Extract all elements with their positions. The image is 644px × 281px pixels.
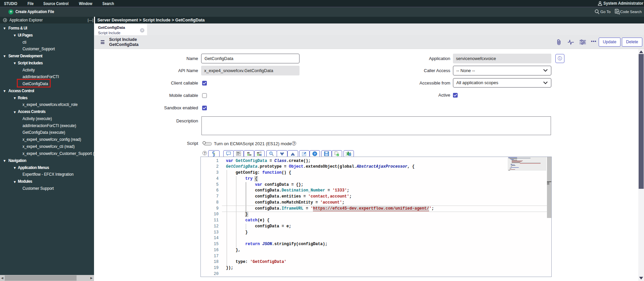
svg-text:ac: ac (249, 154, 252, 156)
svg-text:?: ? (314, 152, 316, 156)
